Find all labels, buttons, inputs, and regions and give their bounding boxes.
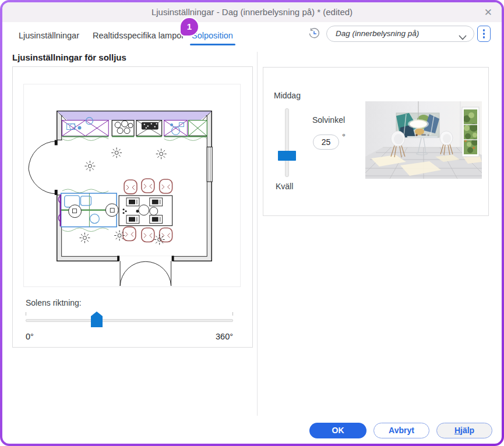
close-icon[interactable]: ✕ xyxy=(484,6,492,19)
sun-direction-max-label: 360° xyxy=(212,332,233,341)
tab-solposition[interactable]: Solposition xyxy=(192,31,233,40)
preset-dropdown-value: Dag (innerbelysning på) xyxy=(336,29,419,38)
preset-menu-button[interactable] xyxy=(477,26,491,42)
titlebar: Ljusinställningar - Dag (innerbelysning … xyxy=(2,2,502,22)
history-restore-icon[interactable] xyxy=(308,27,320,40)
sun-direction-slider-track[interactable] xyxy=(26,319,233,322)
slider-bottom-label: Kväll xyxy=(276,182,293,191)
kebab-dot xyxy=(483,29,485,31)
panel-divider xyxy=(257,52,258,416)
cancel-button[interactable]: Avbryt xyxy=(373,423,429,438)
kebab-dot xyxy=(483,36,485,38)
ok-button[interactable]: OK xyxy=(309,423,366,438)
chevron-down-icon xyxy=(459,32,467,43)
render-preview-image xyxy=(365,101,482,179)
dialog-frame: Ljusinställningar - Dag (innerbelysning … xyxy=(0,0,504,446)
kebab-dot xyxy=(483,33,485,35)
sun-direction-label: Solens riktning: xyxy=(26,298,82,307)
slider-top-label: Middag xyxy=(274,91,301,100)
dialog-title: Ljusinställningar - Dag (innerbelysning … xyxy=(2,2,502,22)
sun-angle-label: Solvinkel xyxy=(312,115,345,125)
annotation-badge-1: 1 xyxy=(181,18,198,36)
help-mnemonic: H xyxy=(454,426,460,435)
active-tab-underline xyxy=(190,44,235,45)
sun-angle-slider-track[interactable] xyxy=(285,108,289,177)
tab-ljusinstallningar[interactable]: Ljusinställningar xyxy=(19,31,79,40)
sun-angle-input[interactable]: 25 xyxy=(313,134,339,150)
sun-angle-slider-thumb[interactable] xyxy=(278,151,296,161)
preset-dropdown[interactable]: Dag (innerbelysning på) xyxy=(326,26,474,42)
help-label-rest: jälp xyxy=(460,426,474,435)
slider-tick-end xyxy=(232,312,233,316)
sun-direction-min-label: 0° xyxy=(26,332,34,341)
slider-tick-start xyxy=(26,312,26,316)
degree-symbol: ° xyxy=(342,132,346,141)
help-button[interactable]: Hjälp xyxy=(436,423,492,438)
floor-plan-view xyxy=(23,84,241,287)
light-settings-dialog: Ljusinställningar - Dag (innerbelysning … xyxy=(2,2,502,444)
tab-realtidsspecifika-lampor[interactable]: Realtidsspecifika lampor xyxy=(93,31,184,40)
sunlight-section-heading: Ljusinställningar för solljus xyxy=(12,52,126,62)
floor-plan-drawing xyxy=(24,84,240,286)
